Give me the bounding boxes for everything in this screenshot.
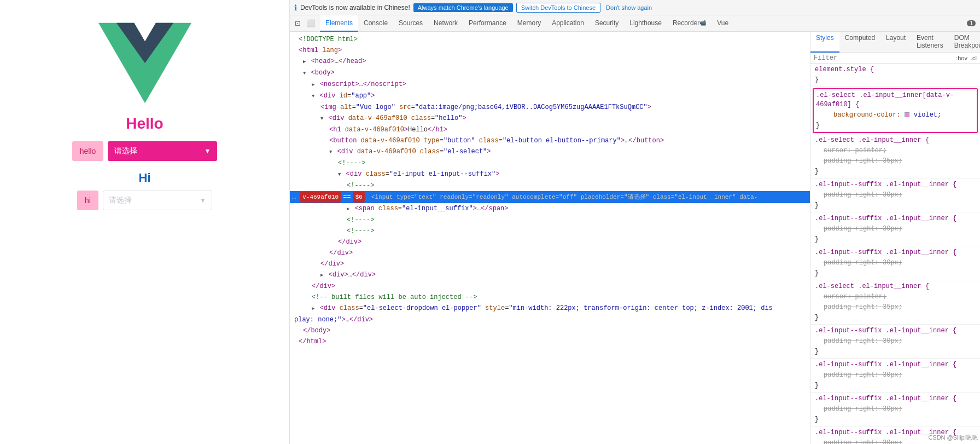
html-line: <html lang> [290, 45, 810, 56]
color-swatch[interactable] [905, 112, 909, 117]
style-rule-input-suffix-4: .el-input--suffix .el-input__inner { pad… [810, 325, 980, 359]
filter-input[interactable] [814, 54, 956, 62]
html-line[interactable]: ▶ <span class="el-input__suffix">…</span… [290, 203, 810, 215]
style-rule-input-suffix-5: .el-input--suffix .el-input__inner { pad… [810, 359, 980, 393]
info-icon: ℹ [294, 3, 297, 12]
app-preview: Hello hello 请选择 ▼ Hi hi 请选择 ▼ [0, 0, 290, 444]
hello-form-row: hello 请选择 ▼ [72, 141, 218, 161]
html-line: <!----> [290, 215, 810, 226]
html-line[interactable]: ▼ <div class="el-input el-input--suffix"… [290, 169, 810, 180]
tab-memory[interactable]: Memory [512, 15, 546, 32]
devtools-tab-bar: ⊡ ⬜ Elements Console Sources Network Per… [290, 15, 980, 32]
chevron-down-icon: ▼ [204, 147, 211, 155]
tab-application[interactable]: Application [546, 15, 590, 32]
html-line: </body> [290, 325, 810, 336]
hello-heading: Hello [126, 115, 163, 132]
html-line: </html> [290, 336, 810, 347]
tab-layout[interactable]: Layout [880, 32, 911, 53]
styles-tab-bar: Styles Computed Layout Event Listeners D… [810, 32, 980, 53]
inspect-icon[interactable]: ⊡ [293, 18, 302, 28]
html-line[interactable]: ▼ <div id="app"> [290, 90, 810, 102]
filter-bar: :hov .cl [810, 53, 980, 64]
tab-lighthouse[interactable]: Lighthouse [624, 15, 667, 32]
html-line: <!DOCTYPE html> [290, 34, 810, 45]
html-line: play: none;">…</div> [290, 314, 810, 325]
html-line: <!----> [290, 158, 810, 169]
tab-recorder[interactable]: Recorder 📹 [667, 15, 711, 32]
style-rule-select-input-2: .el-select .el-input__inner { cursor: po… [810, 280, 980, 325]
html-line: </div> [290, 281, 810, 292]
watermark: CSDN @Silipl嗯嗯 [928, 434, 978, 442]
hello-select-dropdown[interactable]: 请选择 ▼ [108, 141, 217, 161]
hello-button[interactable]: hello [72, 141, 104, 161]
style-rule-input-suffix-2: .el-input--suffix .el-input__inner { pad… [810, 212, 980, 246]
device-icon[interactable]: ⬜ [305, 18, 317, 28]
hi-select-dropdown[interactable]: 请选择 ▼ [103, 191, 212, 210]
tab-network[interactable]: Network [428, 15, 463, 32]
html-line-selected[interactable]: … v-469af010 == $0 <input type="text" re… [290, 191, 810, 203]
switch-devtools-button[interactable]: Switch DevTools to Chinese [516, 3, 600, 13]
dont-show-link[interactable]: Don't show again [606, 4, 652, 11]
select2-placeholder: 请选择 [109, 195, 132, 205]
hi-form-row: hi 请选择 ▼ [77, 191, 212, 210]
style-rule-input-suffix-6: .el-input--suffix .el-input__inner { pad… [810, 393, 980, 426]
html-line: </div> [290, 247, 810, 258]
style-rule-select-input: .el-select .el-input__inner { cursor: po… [810, 134, 980, 178]
html-line[interactable]: ▼ <body> [290, 67, 810, 79]
html-line: <!-- built files will be auto injected -… [290, 292, 810, 303]
tab-computed[interactable]: Computed [839, 32, 880, 53]
html-line: <!----> [290, 180, 810, 191]
html-line: </div> [290, 237, 810, 247]
tab-sources[interactable]: Sources [393, 15, 428, 32]
style-rule-input-suffix-1: .el-input--suffix .el-input__inner { pad… [810, 178, 980, 212]
tab-console[interactable]: Console [358, 15, 393, 32]
tab-vue[interactable]: Vue [711, 15, 734, 32]
html-panel[interactable]: <!DOCTYPE html> <html lang> ▶ <head>…</h… [290, 32, 810, 444]
devtools-main-content: <!DOCTYPE html> <html lang> ▶ <head>…</h… [290, 32, 980, 444]
tab-dom-breakpoints[interactable]: DOM Breakpoints [949, 32, 980, 53]
html-line: <img alt="Vue logo" src="data:image/png;… [290, 102, 810, 113]
style-rule-input-suffix-3: .el-input--suffix .el-input__inner { pad… [810, 246, 980, 280]
html-line: <h1 data-v-469af010>Hello</h1> [290, 124, 810, 135]
tab-styles[interactable]: Styles [810, 32, 839, 53]
tab-security[interactable]: Security [590, 15, 624, 32]
html-line[interactable]: ▶ <head>…</head> [290, 56, 810, 67]
hi-button[interactable]: hi [77, 191, 98, 210]
chevron-down-icon2: ▼ [200, 197, 206, 204]
html-line: <button data-v-469af010 type="button" cl… [290, 135, 810, 146]
devtools-panel: ℹ DevTools is now available in Chinese! … [290, 0, 980, 444]
vue-logo-icon [98, 22, 191, 104]
select-placeholder: 请选择 [114, 146, 137, 156]
notification-bar: ℹ DevTools is now available in Chinese! … [290, 0, 980, 15]
tab-icon-buttons: ⊡ ⬜ [290, 18, 320, 28]
html-line[interactable]: ▼ <div data-v-469af010 class="el-select"… [290, 146, 810, 158]
html-line[interactable]: ▶ <noscript>…</noscript> [290, 79, 810, 90]
tab-counter: 1 [967, 20, 976, 26]
styles-panel: Styles Computed Layout Event Listeners D… [810, 32, 980, 444]
highlighted-style-rule: .el-select .el-input__inner[data-v-469af… [813, 88, 978, 133]
hi-heading: Hi [139, 171, 151, 185]
notification-text: DevTools is now available in Chinese! [300, 4, 410, 11]
html-line: </div> [290, 258, 810, 269]
match-language-button[interactable]: Always match Chrome's language [413, 3, 513, 12]
html-line[interactable]: ▶ <div>…</div> [290, 269, 810, 281]
html-line[interactable]: ▼ <div data-v-469af010 class="hello"> [290, 113, 810, 124]
tab-elements[interactable]: Elements [320, 15, 358, 32]
html-line[interactable]: ▶ <div class="el-select-dropdown el-popp… [290, 303, 810, 314]
tab-event-listeners[interactable]: Event Listeners [911, 32, 949, 53]
styles-content[interactable]: element.style { } .el-select .el-input__… [810, 64, 980, 444]
html-line: <!----> [290, 226, 810, 237]
tab-performance[interactable]: Performance [463, 15, 512, 32]
element-style-rule: element.style { } [810, 64, 980, 87]
filter-suffix: :hov .cl [956, 55, 977, 61]
